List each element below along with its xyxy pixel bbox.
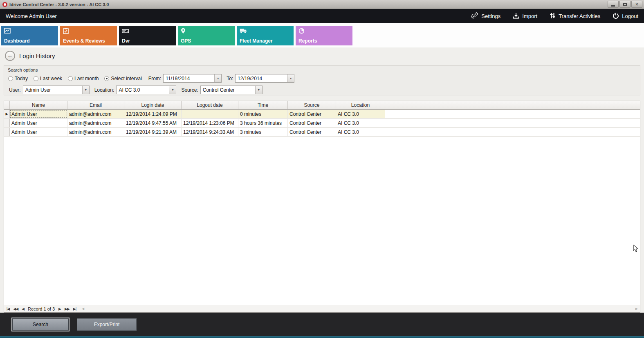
cell-location[interactable]: AI CC 3.0 [336, 110, 385, 118]
scroll-right-icon[interactable]: ▶ [635, 307, 638, 311]
tile-events-reviews-label: Events & Reviews [63, 38, 105, 44]
cell-source[interactable]: Control Center [288, 110, 336, 118]
cell-email[interactable]: admin@admin.com [67, 128, 124, 136]
cell-name[interactable]: Admin User [10, 119, 67, 127]
cell-logout-date[interactable] [182, 110, 238, 118]
column-header-location[interactable]: Location [336, 101, 385, 109]
search-options-group: Search options Today Last week Last mont… [4, 65, 640, 95]
window-bottom-border [0, 336, 644, 338]
prev-record-button[interactable]: ◀ [22, 307, 24, 311]
truck-icon [240, 28, 247, 35]
settings-button[interactable]: Settings [470, 12, 500, 20]
to-date-value: 12/19/2014 [236, 76, 287, 81]
last-record-button[interactable]: ▶| [73, 307, 76, 311]
tile-dvr[interactable]: Dvr [119, 26, 176, 45]
cell-logout-date[interactable]: 12/19/2014 9:24:33 AM [182, 128, 238, 136]
cell-source[interactable]: Control Center [288, 119, 336, 127]
radio-last-month[interactable]: Last month [68, 76, 99, 81]
chevron-down-icon[interactable]: ▼ [214, 74, 221, 82]
cell-login-date[interactable]: 12/19/2014 9:21:39 AM [124, 128, 182, 136]
radio-circle [34, 76, 38, 81]
cell-time[interactable]: 3 hours 36 minutes [238, 119, 288, 127]
chevron-down-icon[interactable]: ▼ [287, 74, 294, 82]
app-logo-icon [2, 2, 7, 7]
search-button[interactable]: Search [12, 318, 69, 331]
welcome-text: Welcome Admin User [6, 13, 57, 19]
close-button[interactable]: × [631, 1, 642, 8]
column-header-filler [385, 101, 640, 109]
transfer-activities-button[interactable]: Transfer Activities [550, 12, 600, 20]
horizontal-scrollbar[interactable]: ◀ ▶ [80, 307, 640, 311]
source-combo[interactable]: Control Center ▼ [200, 86, 263, 94]
page-header: ← Login History [0, 47, 644, 64]
from-date-combo[interactable]: 11/19/2014 ▼ [163, 74, 222, 83]
cell-location[interactable]: AI CC 3.0 [336, 119, 385, 127]
table-row[interactable]: Admin User admin@admin.com 12/19/2014 9:… [4, 119, 640, 128]
cell-time[interactable]: 3 minutes [238, 128, 288, 136]
tile-dashboard[interactable]: Dashboard [1, 26, 58, 45]
radio-last-week[interactable]: Last week [34, 76, 62, 81]
cell-login-date[interactable]: 12/19/2014 1:24:09 PM [124, 110, 182, 118]
transfer-icon [550, 12, 556, 20]
search-options-wrap: Search options Today Last week Last mont… [0, 64, 644, 95]
dvr-box-icon [122, 28, 129, 35]
cell-email[interactable]: admin@admin.com [67, 110, 124, 118]
source-label: Source: [181, 87, 198, 93]
next-page-button[interactable]: ▶▶ [65, 307, 70, 311]
cell-email[interactable]: admin@admin.com [67, 119, 124, 127]
import-label: Import [522, 13, 537, 19]
maximize-button[interactable] [619, 1, 631, 8]
column-header-login-date[interactable]: Login date [124, 101, 182, 109]
first-record-button[interactable]: |◀ [7, 307, 9, 311]
location-combo[interactable]: AI CC 3.0 ▼ [116, 86, 176, 94]
cell-login-date[interactable]: 12/19/2014 9:47:55 AM [124, 119, 182, 127]
to-date-combo[interactable]: 12/19/2014 ▼ [235, 74, 294, 83]
column-header-logout-date[interactable]: Logout date [182, 101, 238, 109]
column-header-time[interactable]: Time [238, 101, 288, 109]
app-window: Idrive Control Center - 3.0.2 version - … [0, 0, 644, 338]
line-chart-icon [4, 28, 11, 35]
logout-button[interactable]: Logout [613, 12, 638, 20]
cell-location[interactable]: AI CC 3.0 [336, 128, 385, 136]
search-options-caption: Search options [4, 65, 640, 74]
chevron-down-icon[interactable]: ▼ [82, 86, 89, 94]
column-header-source[interactable]: Source [288, 101, 336, 109]
import-icon [513, 12, 519, 20]
column-header-name[interactable]: Name [10, 101, 67, 109]
column-header-email[interactable]: Email [67, 101, 124, 109]
prev-page-button[interactable]: ◀◀ [13, 307, 18, 311]
chevron-down-icon[interactable]: ▼ [255, 86, 262, 94]
chevron-down-icon[interactable]: ▼ [169, 86, 176, 94]
module-tiles: Dashboard Events & Reviews Dvr GPS Fleet… [0, 23, 644, 47]
source-value: Control Center [201, 87, 255, 93]
filter-row: User: Admin User ▼ Location: AI CC 3.0 ▼… [4, 83, 640, 94]
table-row[interactable]: Admin User admin@admin.com 12/19/2014 9:… [4, 128, 640, 137]
menu-bar: Welcome Admin User Settings Import Trans… [0, 9, 644, 23]
cell-time[interactable]: 0 minutes [238, 110, 288, 118]
tile-reports[interactable]: Reports [296, 26, 352, 45]
tile-events-reviews[interactable]: Events & Reviews [60, 26, 117, 45]
radio-select-interval[interactable]: Select interval [104, 76, 141, 81]
row-filler [385, 128, 640, 136]
window-title: Idrive Control Center - 3.0.2 version - … [9, 2, 109, 7]
logout-label: Logout [622, 13, 638, 19]
back-button[interactable]: ← [5, 51, 15, 61]
cell-name[interactable]: Admin User [10, 128, 67, 136]
next-record-button[interactable]: ▶ [58, 307, 61, 311]
scroll-left-icon[interactable]: ◀ [82, 307, 84, 311]
tile-gps[interactable]: GPS [178, 26, 235, 45]
import-button[interactable]: Import [513, 12, 537, 20]
user-value: Admin User [23, 87, 82, 93]
menu-actions: Settings Import Transfer Activities Logo… [470, 12, 638, 20]
location-label: Location: [94, 87, 114, 93]
tile-fleet-manager[interactable]: Fleet Manager [237, 26, 294, 45]
tile-reports-label: Reports [298, 38, 317, 44]
radio-today[interactable]: Today [8, 76, 28, 81]
minimize-button[interactable] [608, 1, 619, 8]
cell-logout-date[interactable]: 12/19/2014 1:23:06 PM [182, 119, 238, 127]
cell-source[interactable]: Control Center [288, 128, 336, 136]
export-print-button[interactable]: Export/Print [77, 318, 137, 331]
table-row[interactable]: ▶ Admin User admin@admin.com 12/19/2014 … [4, 110, 640, 119]
user-combo[interactable]: Admin User ▼ [23, 86, 90, 94]
cell-name[interactable]: Admin User [10, 110, 67, 118]
